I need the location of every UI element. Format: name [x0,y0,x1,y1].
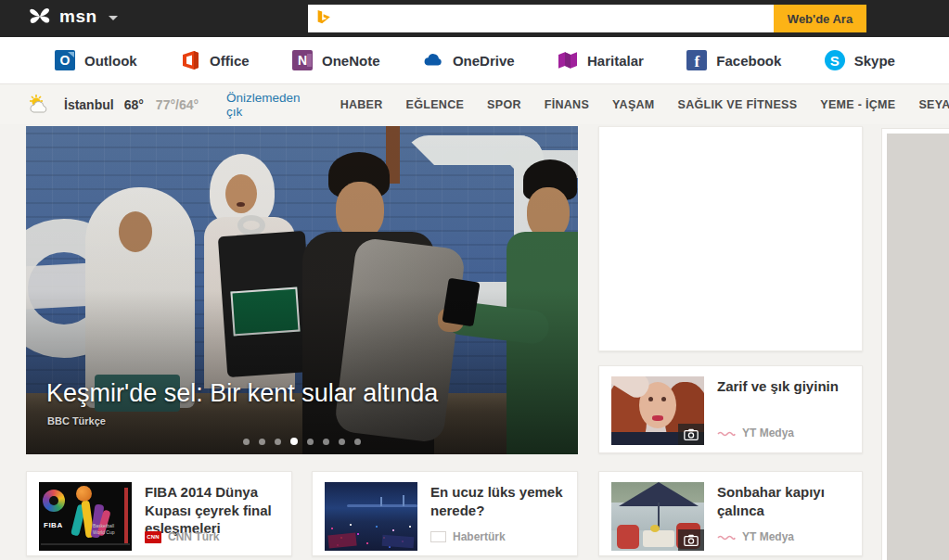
nav-items: HABER EĞLENCE SPOR FİNANS YAŞAM SAĞLIK V… [317,98,949,111]
card-food[interactable]: En ucuz lüks yemek nerede? Habertürk [312,471,578,556]
fashion-thumbnail [611,376,704,445]
card-title: Zarif ve şık giyinin [717,377,854,396]
web-search-button[interactable]: Web'de Ara [774,5,866,32]
app-skype[interactable]: S Skype [824,49,895,71]
carousel-dot-2[interactable] [259,439,265,445]
carousel-dot-6[interactable] [323,439,329,445]
nav-haber[interactable]: HABER [340,98,383,111]
right-rail-ad-placeholder [887,134,949,560]
ad-slot [598,126,863,351]
app-haritalar[interactable]: Haritalar [557,49,644,71]
app-office[interactable]: Office [179,49,250,71]
carousel-dot-3[interactable] [275,439,281,445]
cnn-logo: CNN [145,531,161,543]
carousel-dot-5[interactable] [307,439,314,445]
nav-eglence[interactable]: EĞLENCE [406,98,465,111]
skype-icon: S [824,49,846,71]
chevron-down-icon[interactable] [109,16,118,20]
fiba-thumb-caption: Basketball World Cup [93,523,126,535]
carousel-dots [26,439,578,445]
nav-spor[interactable]: SPOR [487,98,521,111]
outlook-icon: O [54,49,76,71]
bing-icon [315,9,332,28]
nav-saglik[interactable]: SAĞLIK VE FİTNESS [678,98,798,111]
autumn-thumbnail [611,482,704,551]
food-thumbnail [325,482,417,551]
camera-icon [678,424,704,445]
nav-yeme-icme[interactable]: YEME - İÇME [820,98,895,111]
ytmedya-logo [717,429,736,437]
right-rail-ad [881,128,949,560]
card-title: En ucuz lüks yemek nerede? [430,483,570,519]
msn-butterfly-icon [28,7,52,26]
onedrive-cloud-icon [422,49,444,71]
carousel-dot-4[interactable] [290,438,298,445]
weather-temp: 68° [124,97,144,112]
carousel-dot-1[interactable] [243,439,250,445]
card-source: Habertürk [430,530,506,543]
partly-cloudy-icon [26,94,56,116]
top-bar: msn Web'de Ara [0,0,949,37]
habertuerk-logo [430,531,446,542]
camera-icon [678,529,704,551]
office-icon [179,49,201,71]
weather-range: 77°/64° [156,97,199,112]
nav-yasam[interactable]: YAŞAM [612,98,655,111]
app-shortcut-row: O Outlook Office N OneNote On [0,37,949,84]
app-outlook[interactable]: O Outlook [54,49,137,71]
weather-city: İstanbul [64,97,114,112]
app-facebook[interactable]: f Facebook [686,49,781,71]
msn-home-link[interactable]: msn [28,6,118,27]
card-fashion[interactable]: Zarif ve şık giyinin YT Medya [598,365,863,453]
card-source: CNN CNN Türk [145,530,219,543]
card-source: YT Medya [717,530,794,543]
card-fiba[interactable]: FIBA Basketball World Cup FIBA 2014 Düny… [26,471,292,556]
fiba-thumb-brand: FIBA [44,521,63,529]
nav-finans[interactable]: FİNANS [545,98,589,111]
exit-preview-link[interactable]: Önizlemeden çık [226,91,301,119]
facebook-icon: f [686,49,708,71]
carousel-dot-8[interactable] [354,439,361,445]
hero-headline: Keşmir'de sel: Bir kent sular altında [46,379,438,408]
app-onenote[interactable]: N OneNote [291,49,380,71]
primary-nav: İstanbul 68° 77°/64° Önizlemeden çık HAB… [0,84,949,124]
main-content: Keşmir'de sel: Bir kent sular altında BB… [0,124,949,559]
card-autumn[interactable]: Sonbahar kapıyı çalınca YT Medya [598,471,863,556]
hero-story[interactable]: Keşmir'de sel: Bir kent sular altında BB… [26,126,578,454]
nav-seyahat[interactable]: SEYAHAT [918,98,949,111]
onenote-icon: N [291,49,314,71]
app-onedrive[interactable]: OneDrive [422,49,515,71]
map-icon [557,49,579,71]
hero-source: BBC Türkçe [47,415,106,426]
card-title: Sonbahar kapıyı çalınca [717,483,854,519]
msn-wordmark: msn [59,6,97,27]
search-input[interactable] [308,5,774,32]
fiba-thumbnail: FIBA Basketball World Cup [39,482,132,551]
search-box: Web'de Ara [308,5,866,32]
card-title: FIBA 2014 Dünya Kupası çeyrek final eşle… [145,483,284,538]
carousel-dot-7[interactable] [339,439,345,445]
weather-widget[interactable]: İstanbul 68° 77°/64° [26,94,199,116]
card-source: YT Medya [717,426,794,439]
ytmedya-logo [717,533,736,541]
